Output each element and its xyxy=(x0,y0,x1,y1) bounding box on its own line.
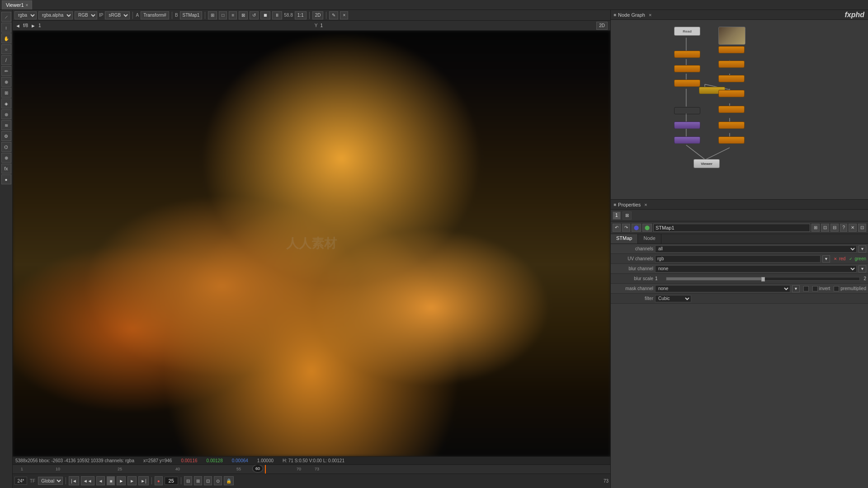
nb-ol1[interactable] xyxy=(674,51,700,58)
nb-pl3[interactable] xyxy=(674,136,700,144)
mask-channel-select[interactable]: none xyxy=(655,285,790,292)
props-btn-reset[interactable]: ↶ xyxy=(613,224,621,232)
props-btn-close[interactable]: ✕ xyxy=(849,224,857,232)
global-select[interactable]: Global xyxy=(38,477,63,485)
left-arrow[interactable]: ◄ xyxy=(15,23,20,28)
props-btn-copy[interactable]: ⊡ xyxy=(821,224,829,232)
tl-icon-4[interactable]: ⊙ xyxy=(214,476,222,485)
nb-ol3[interactable] xyxy=(674,80,700,87)
node-selector-btn[interactable]: ⊠ xyxy=(623,211,632,220)
tab-stmap[interactable]: STMap xyxy=(611,234,638,244)
nb-or7[interactable] xyxy=(718,136,745,144)
tool-fx[interactable]: fx xyxy=(1,164,11,174)
tool-3d[interactable]: ● xyxy=(1,174,11,184)
tool-clone[interactable]: ⊕ xyxy=(1,77,11,87)
viewer-icon-2[interactable]: □ xyxy=(219,11,227,19)
uv-channel-input[interactable] xyxy=(655,255,821,263)
nb-output[interactable]: Viewer xyxy=(693,159,720,168)
node-orange-l3[interactable] xyxy=(674,80,700,87)
tool-roto[interactable]: ◈ xyxy=(1,99,11,108)
transform-btn[interactable]: Transform# xyxy=(141,11,169,19)
channels-select[interactable]: all xyxy=(655,245,857,253)
viewer-settings-btn[interactable]: ✎ xyxy=(329,11,338,19)
tool-warp[interactable]: ⌬ xyxy=(1,142,11,152)
blur-channel-expand[interactable]: ▼ xyxy=(859,265,866,272)
view-mode-btn[interactable]: 2D xyxy=(312,11,324,19)
channels-expand[interactable]: ▼ xyxy=(859,245,866,253)
tool-transform[interactable]: ⊞ xyxy=(1,88,11,98)
node-thumbnail[interactable] xyxy=(718,27,745,45)
blur-channel-select[interactable]: none xyxy=(655,265,857,272)
channel-select[interactable]: rgba xyxy=(14,11,37,19)
nb-or5[interactable] xyxy=(718,106,745,113)
nb-pl2[interactable] xyxy=(674,122,700,129)
viewer-tab[interactable]: Viewer1 × xyxy=(2,0,32,9)
record-btn[interactable]: ● xyxy=(155,476,163,485)
tl-icon-3[interactable]: ⊡ xyxy=(204,476,212,485)
nb-ol2[interactable] xyxy=(674,65,700,72)
node-purple-l2[interactable] xyxy=(674,122,700,129)
viewer-icon-6[interactable]: ⏹ xyxy=(260,11,270,19)
skip-end-btn[interactable]: ►| xyxy=(138,476,149,485)
stmap-btn[interactable]: STMap1 xyxy=(180,11,203,19)
zoom-ratio-btn[interactable]: 1:1 xyxy=(295,11,307,19)
nb-or2[interactable] xyxy=(718,61,745,68)
play-back-btn[interactable]: ◄◄ xyxy=(81,476,94,485)
props-btn-help[interactable]: ? xyxy=(840,224,847,232)
tool-select[interactable]: ⟋ xyxy=(1,12,11,22)
skip-start-btn[interactable]: |◄ xyxy=(69,476,79,485)
current-frame-input[interactable] xyxy=(165,477,178,485)
view-2d-btn[interactable]: 2D xyxy=(596,22,608,30)
nb-or3[interactable] xyxy=(718,75,745,82)
tool-line[interactable]: / xyxy=(1,55,11,65)
node-box-thumb[interactable] xyxy=(718,27,745,45)
nb-or1[interactable] xyxy=(718,46,745,53)
node-box-white-1[interactable]: Read xyxy=(674,27,700,36)
play-fwd-btn[interactable]: ► xyxy=(117,476,126,485)
node-orange-l1[interactable] xyxy=(674,51,700,58)
fps-input[interactable] xyxy=(14,477,27,485)
ng-close[interactable]: × xyxy=(649,12,651,18)
node-orange-r2[interactable] xyxy=(718,61,745,68)
node-orange-l2[interactable] xyxy=(674,65,700,72)
nb-or6[interactable] xyxy=(718,122,745,129)
node-orange-r3[interactable] xyxy=(718,75,745,82)
props-btn-pin[interactable]: ⊡ xyxy=(858,224,866,232)
playhead[interactable] xyxy=(265,465,266,474)
prev-frame-btn[interactable]: ◄ xyxy=(96,476,105,485)
blur-scale-slider[interactable] xyxy=(666,277,860,281)
tool-circle[interactable]: ○ xyxy=(1,44,11,54)
tool-blur[interactable]: ≋ xyxy=(1,120,11,130)
node-orange-r7[interactable] xyxy=(718,136,745,144)
mask-expand-btn[interactable] xyxy=(803,286,809,291)
nb-pl1[interactable] xyxy=(674,107,700,114)
invert-checkbox[interactable] xyxy=(812,286,818,291)
tl-icon-1[interactable]: ⊟ xyxy=(184,476,192,485)
props-btn-dot1[interactable]: ⬤ xyxy=(632,224,641,232)
stop-btn[interactable]: ■ xyxy=(107,476,115,485)
premultiplied-checkbox[interactable] xyxy=(834,286,839,291)
node-output[interactable]: Viewer xyxy=(693,159,720,168)
viewer-icon-3[interactable]: ≡ xyxy=(229,11,237,19)
node-orange-r5[interactable] xyxy=(718,106,745,113)
viewer-tab-close[interactable]: × xyxy=(26,3,28,8)
tool-tracker[interactable]: ⊛ xyxy=(1,109,11,119)
node-purple-l3[interactable] xyxy=(674,136,700,144)
viewer-icon-4[interactable]: ⊠ xyxy=(239,11,248,19)
next-frame-btn[interactable]: ► xyxy=(127,476,137,485)
node-purple-l1[interactable] xyxy=(674,107,700,114)
props-btn-grid[interactable]: ⊞ xyxy=(811,224,820,232)
tool-arrow[interactable]: ↕ xyxy=(1,23,11,33)
props-close[interactable]: × xyxy=(644,202,647,207)
node-orange-r4[interactable] xyxy=(718,90,745,97)
filter-select[interactable]: Cubic xyxy=(655,295,691,302)
color-mode-select[interactable]: RGB xyxy=(75,11,97,19)
viewer-close-btn[interactable]: × xyxy=(340,11,348,19)
tool-pan[interactable]: ✋ xyxy=(1,33,11,43)
profile-select[interactable]: sRGB xyxy=(105,11,130,19)
mask-channel-expand[interactable]: ▼ xyxy=(792,285,800,292)
viewer-icon-7[interactable]: ⏸ xyxy=(272,11,282,19)
viewer-icon-1[interactable]: ⊞ xyxy=(208,11,217,19)
nb-or4[interactable] xyxy=(718,90,745,97)
tool-color[interactable]: ⚙ xyxy=(1,131,11,141)
